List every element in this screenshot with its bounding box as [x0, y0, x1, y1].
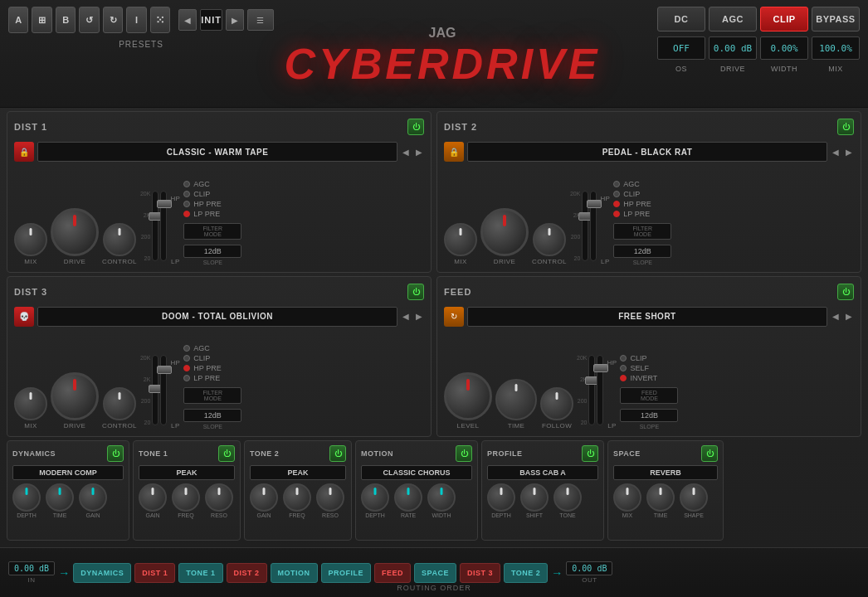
dist1-lppre-label: LP PRE [193, 210, 220, 218]
dynamics-power[interactable]: ⏻ [107, 445, 124, 462]
dist2-control-label: CONTROL [532, 258, 567, 265]
dist2-control-knob[interactable] [533, 223, 566, 256]
motion-width-knob[interactable] [427, 483, 456, 512]
dist1-lppre-option[interactable]: LP PRE [183, 210, 241, 218]
dist2-power[interactable]: ⏻ [837, 119, 854, 135]
space-power[interactable]: ⏻ [701, 445, 718, 462]
dist1-agc-option[interactable]: AGC [183, 180, 241, 188]
dist3-mix-knob[interactable] [14, 387, 47, 420]
routing-chip-dist1[interactable]: DIST 1 [134, 563, 175, 583]
dist2-fader-lp-thumb[interactable] [587, 200, 602, 208]
routing-chip-tone1[interactable]: TONE 1 [178, 563, 222, 583]
dynamics-gain-knob[interactable] [79, 483, 107, 512]
dist1-clip-option[interactable]: CLIP [183, 190, 241, 198]
profile-power[interactable]: ⏻ [582, 445, 598, 462]
motion-rate-knob[interactable] [394, 483, 422, 512]
btn-bypass[interactable]: BYPASS [812, 7, 860, 32]
dist3-agc-option[interactable]: AGC [183, 344, 241, 352]
tone2-freq-knob[interactable] [283, 483, 311, 512]
dist3-clip-option[interactable]: CLIP [183, 354, 241, 362]
dist2-drive-knob[interactable] [480, 208, 529, 256]
dist3-prev[interactable]: ◀ [401, 312, 411, 321]
btn-a[interactable]: A [8, 7, 28, 33]
feed-self-option[interactable]: SELF [620, 364, 678, 372]
dist1-power[interactable]: ⏻ [407, 119, 424, 135]
btn-init[interactable]: I [126, 7, 146, 33]
dist3-hppre-radio [183, 365, 190, 371]
dist1-fader-lp-thumb[interactable] [157, 200, 172, 208]
feed-prev[interactable]: ◀ [831, 312, 841, 321]
dist3-power[interactable]: ⏻ [407, 284, 424, 300]
routing-chip-space[interactable]: SPACE [414, 563, 456, 583]
btn-copy[interactable]: ⊞ [32, 7, 51, 33]
space-shape-knob[interactable] [680, 483, 708, 512]
routing-chip-motion[interactable]: MOTION [271, 563, 318, 583]
dist3-lppre-option[interactable]: LP PRE [183, 374, 241, 382]
dist1-control-knob[interactable] [103, 223, 136, 256]
feed-fader-track-lp [597, 355, 603, 425]
btn-clip[interactable]: CLIP [760, 7, 808, 32]
dist3-next[interactable]: ▶ [414, 312, 424, 321]
preset-prev[interactable]: ◀ [178, 9, 197, 31]
profile-shift-label: SHIFT [526, 512, 543, 518]
dynamics-time-knob[interactable] [46, 483, 74, 512]
profile-shift-knob[interactable] [520, 483, 549, 512]
tone2-gain-knob[interactable] [250, 483, 278, 512]
feed-fader-wrap: 20K 2K 200 20 [577, 351, 603, 430]
tone2-reso-knob[interactable] [316, 483, 344, 512]
dist2-lppre-option[interactable]: LP PRE [613, 210, 671, 218]
btn-redo[interactable]: ↻ [103, 7, 123, 33]
routing-chip-tone2[interactable]: TONE 2 [504, 563, 548, 583]
dist1-prev[interactable]: ◀ [401, 148, 411, 157]
feed-invert-option[interactable]: INVERT [620, 374, 678, 382]
space-time-knob[interactable] [646, 483, 675, 512]
btn-random[interactable]: ⁙ [150, 7, 170, 33]
btn-b[interactable]: B [56, 7, 76, 33]
dist1-hppre-option[interactable]: HP PRE [183, 200, 241, 208]
feed-clip-option[interactable]: CLIP [620, 354, 678, 362]
dist2-mix-group: MIX [444, 223, 477, 265]
feed-time-knob[interactable] [495, 379, 537, 420]
tone2-power[interactable]: ⏻ [329, 445, 346, 462]
dist3-fader-lp-thumb[interactable] [157, 366, 172, 374]
dist3-drive-knob[interactable] [51, 372, 99, 420]
dist1-next[interactable]: ▶ [414, 148, 424, 157]
profile-depth-knob[interactable] [487, 483, 515, 512]
dist2-mix-knob[interactable] [444, 223, 477, 256]
tone1-power[interactable]: ⏻ [218, 445, 235, 462]
dist3-hppre-option[interactable]: HP PRE [183, 364, 241, 372]
preset-next[interactable]: ▶ [226, 9, 244, 31]
dist2-hppre-option[interactable]: HP PRE [613, 200, 671, 208]
dist1-drive-knob[interactable] [51, 208, 99, 256]
btn-agc[interactable]: AGC [709, 7, 757, 32]
tone1-gain-knob[interactable] [139, 483, 167, 512]
tone1-reso-knob[interactable] [205, 483, 233, 512]
feed-follow-knob[interactable] [540, 387, 573, 420]
btn-undo[interactable]: ↺ [79, 7, 99, 33]
tone1-freq-knob[interactable] [172, 483, 200, 512]
dist2-clip-option[interactable]: CLIP [613, 190, 671, 198]
dist2-agc-option[interactable]: AGC [613, 180, 671, 188]
feed-level-knob[interactable] [444, 372, 492, 420]
preset-menu-button[interactable]: ☰ [247, 9, 274, 31]
routing-chip-dynamics[interactable]: DYNAMICS [73, 563, 131, 583]
routing-chip-feed[interactable]: FEED [374, 563, 411, 583]
dist1-mix-knob[interactable] [14, 223, 47, 256]
routing-chip-dist3[interactable]: DIST 3 [460, 563, 500, 583]
dynamics-depth-knob[interactable] [12, 483, 41, 512]
feed-power[interactable]: ⏻ [837, 284, 854, 300]
feed-next[interactable]: ▶ [844, 312, 854, 321]
feed-fader-lp-thumb[interactable] [593, 364, 608, 372]
dist2-next[interactable]: ▶ [844, 148, 854, 157]
space-mix-knob[interactable] [613, 483, 641, 512]
routing-chip-dist2[interactable]: DIST 2 [227, 563, 267, 583]
dist3-control-label: CONTROL [102, 422, 137, 430]
routing-chip-profile[interactable]: PROFILE [321, 563, 372, 583]
btn-dc[interactable]: DC [657, 7, 705, 32]
motion-power[interactable]: ⏻ [456, 445, 472, 462]
motion-depth-knob[interactable] [361, 483, 389, 512]
profile-tone-knob[interactable] [553, 483, 582, 512]
dist1-scale-200: 200 [141, 234, 151, 240]
dist2-prev[interactable]: ◀ [831, 148, 841, 157]
dist3-control-knob[interactable] [103, 387, 136, 420]
